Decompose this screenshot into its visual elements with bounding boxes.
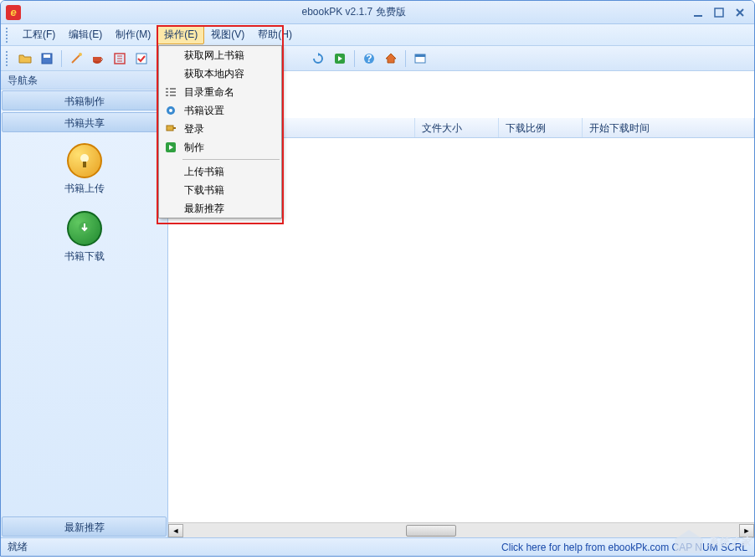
play-icon [333, 52, 347, 65]
body-area: 导航条 书籍制作 书籍共享 书籍上传 书籍下载 最新推荐 [1, 71, 754, 537]
nav-title: 导航条 [1, 71, 167, 90]
minimize-icon [693, 8, 703, 18]
tb-check[interactable] [132, 49, 151, 68]
menubar: 工程(F) 编辑(E) 制作(M) 操作(E) 视图(V) 帮助(H) [1, 24, 754, 46]
tb-wand[interactable] [67, 49, 85, 68]
menu-help[interactable]: 帮助(H) [251, 25, 299, 44]
col-ratio[interactable]: 下载比例 [499, 118, 583, 137]
key-icon [162, 122, 179, 136]
menu-project[interactable]: 工程(F) [16, 25, 62, 44]
close-icon [735, 8, 745, 18]
tb-play[interactable] [331, 49, 349, 68]
dd-label: 最新推荐 [184, 202, 224, 216]
maximize-button[interactable] [710, 6, 728, 19]
blank-icon [162, 183, 179, 197]
minimize-button[interactable] [689, 6, 707, 19]
folder-open-icon [18, 52, 32, 65]
menu-view[interactable]: 视图(V) [204, 25, 251, 44]
svg-rect-3 [44, 54, 50, 58]
blank-icon [162, 165, 179, 178]
tb-coffee[interactable] [89, 49, 107, 68]
toolbar: W ? [1, 46, 754, 71]
dd-label: 登录 [184, 122, 204, 136]
nav-download[interactable]: 书籍下载 [64, 211, 105, 264]
tb-help[interactable]: ? [360, 49, 378, 68]
status-help-link[interactable]: Click here for help from ebookPk.com CAP… [501, 542, 747, 553]
blank-icon [162, 67, 179, 80]
dd-fetch-local[interactable]: 获取本地内容 [159, 64, 281, 83]
tb-home[interactable] [382, 49, 400, 68]
tb-open[interactable] [16, 49, 34, 68]
tb-save[interactable] [38, 49, 56, 68]
window-icon [413, 52, 427, 65]
save-icon [40, 52, 54, 65]
nav-header-share[interactable]: 书籍共享 [2, 112, 167, 132]
scroll-right-icon[interactable]: ► [739, 524, 754, 537]
dd-fetch-online[interactable]: 获取网上书籍 [159, 46, 281, 64]
nav-body: 书籍上传 书籍下载 [1, 133, 167, 516]
close-button[interactable] [731, 6, 749, 19]
scroll-left-icon[interactable]: ◄ [168, 524, 183, 537]
status-left: 就绪 [8, 540, 28, 554]
blank-icon [162, 202, 179, 215]
nav-panel: 导航条 书籍制作 书籍共享 书籍上传 书籍下载 最新推荐 [1, 71, 168, 537]
dd-download-book[interactable]: 下载书籍 [159, 181, 281, 199]
svg-rect-21 [167, 126, 173, 131]
help-icon: ? [362, 52, 376, 65]
dropdown-separator [182, 159, 280, 160]
nav-upload-label: 书籍上传 [64, 182, 105, 196]
svg-point-16 [80, 154, 89, 162]
dd-label: 书籍设置 [184, 104, 224, 118]
play-icon [162, 141, 179, 154]
dd-make[interactable]: 制作 [159, 138, 281, 157]
download-icon [67, 211, 102, 246]
coffee-icon [91, 52, 105, 65]
tb-refresh[interactable] [309, 49, 327, 68]
dd-upload-book[interactable]: 上传书籍 [159, 162, 281, 181]
scroll-track[interactable] [183, 524, 739, 537]
scroll-thumb[interactable] [406, 525, 456, 537]
tb-window[interactable] [411, 49, 429, 68]
statusbar: 就绪 Click here for help from ebookPk.com … [1, 537, 754, 556]
app-window: e ebookPK v2.1.7 免费版 工程(F) 编辑(E) 制作(M) 操… [0, 0, 755, 557]
nav-download-label: 书籍下载 [64, 249, 105, 264]
toolbar-separator [354, 50, 355, 67]
dd-label: 下载书籍 [184, 183, 224, 198]
dd-label: 上传书籍 [184, 165, 224, 179]
menu-edit[interactable]: 编辑(E) [62, 25, 109, 44]
dd-label: 制作 [184, 141, 204, 155]
nav-footer: 最新推荐 [1, 516, 167, 537]
dd-book-settings[interactable]: 书籍设置 [159, 101, 281, 120]
horizontal-scrollbar[interactable]: ◄ ► [168, 522, 754, 537]
col-size[interactable]: 文件大小 [415, 118, 499, 137]
dd-recommend[interactable]: 最新推荐 [159, 199, 281, 218]
svg-rect-8 [136, 54, 146, 64]
nav-upload[interactable]: 书籍上传 [64, 143, 105, 196]
list-icon [162, 85, 179, 99]
svg-point-4 [79, 53, 82, 56]
gear-icon [162, 104, 179, 117]
toolbar-grip [6, 51, 11, 66]
svg-rect-1 [715, 8, 723, 17]
dd-label: 获取本地内容 [184, 67, 244, 81]
stamp-icon [113, 52, 126, 65]
refresh-icon [311, 52, 325, 65]
nav-header-recommend[interactable]: 最新推荐 [2, 516, 167, 537]
svg-text:?: ? [366, 53, 372, 64]
menu-operate[interactable]: 操作(E) [157, 25, 204, 44]
col-time[interactable]: 开始下载时间 [583, 118, 754, 137]
svg-rect-17 [83, 162, 86, 167]
dd-rename-toc[interactable]: 目录重命名 [159, 83, 281, 101]
menu-make[interactable]: 制作(M) [109, 25, 157, 44]
app-icon: e [6, 5, 21, 20]
svg-rect-22 [173, 127, 176, 129]
nav-header-make[interactable]: 书籍制作 [2, 90, 167, 110]
toolbar-separator [405, 50, 406, 67]
blank-icon [162, 49, 179, 62]
tb-stamp[interactable] [110, 49, 129, 68]
dd-login[interactable]: 登录 [159, 120, 281, 138]
svg-rect-0 [694, 15, 702, 17]
wand-icon [69, 52, 83, 65]
dd-label: 获取网上书籍 [184, 49, 244, 63]
upload-icon [67, 143, 102, 178]
